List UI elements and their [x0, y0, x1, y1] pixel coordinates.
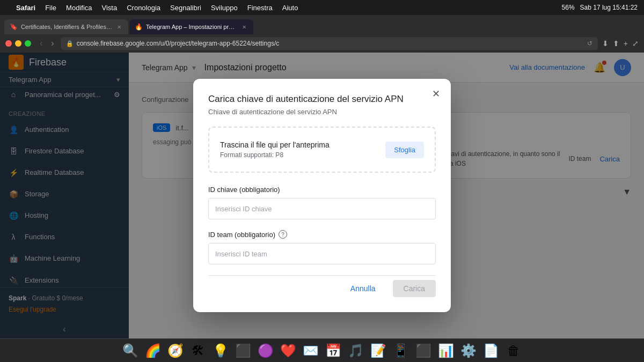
expand-icon[interactable]: ⤢ — [632, 39, 639, 48]
cancel-button[interactable]: Annulla — [340, 280, 386, 297]
menu-bar: Safari File Modifica Vista Cronologia Se… — [0, 0, 644, 15]
menu-bar-left: Safari File Modifica Vista Cronologia Se… — [6, 4, 298, 12]
url-text: console.firebase.google.com/u/0/project/… — [77, 40, 584, 47]
dock-preview[interactable]: 📄 — [481, 341, 501, 360]
clock: Sab 17 lug 15:41:22 — [580, 4, 638, 11]
file-drop-zone[interactable]: Trascina il file qui per l'anteprima For… — [208, 127, 436, 173]
modal-footer: Annulla Carica — [208, 275, 436, 297]
battery-status: 56% — [562, 4, 575, 11]
tab-2-label: Telegram App – Impostazioni progetto – C… — [146, 24, 237, 30]
upload-button[interactable]: Carica — [393, 280, 436, 297]
browser-tabs: 🔖 Certificates, Identifiers & Profiles –… — [0, 15, 644, 34]
team-id-input[interactable] — [208, 243, 436, 264]
menu-file[interactable]: File — [45, 4, 56, 12]
dock-launchpad[interactable]: 🌈 — [143, 341, 163, 360]
browser-chrome: 🔖 Certificates, Identifiers & Profiles –… — [0, 15, 644, 53]
dock-finder[interactable]: 🔍 — [121, 341, 140, 360]
address-bar[interactable]: 🔒 console.firebase.google.com/u/0/projec… — [61, 37, 598, 50]
file-drop-sub-text: Formati supportati: P8 — [220, 151, 330, 159]
modal-close-button[interactable]: ✕ — [429, 87, 442, 100]
file-drop-main-text: Trascina il file qui per l'anteprima — [220, 141, 330, 149]
apn-key-modal: ✕ Carica chiave di autenticazione del se… — [193, 79, 451, 312]
menu-segnalibri[interactable]: Segnalibri — [170, 4, 201, 12]
modal-overlay[interactable]: ✕ Carica chiave di autenticazione del se… — [0, 53, 644, 338]
dock-system-preferences[interactable]: ⚙️ — [459, 341, 478, 360]
file-drop-text: Trascina il file qui per l'anteprima For… — [220, 141, 330, 159]
menu-modifica[interactable]: Modifica — [66, 4, 92, 12]
tab-2-icon: 🔥 — [135, 23, 143, 31]
team-id-label: ID team (obbligatorio) ? — [208, 230, 436, 239]
dock-notes[interactable]: 📝 — [369, 341, 388, 360]
new-tab-icon[interactable]: + — [624, 39, 628, 48]
dock-android-studio[interactable]: 💡 — [211, 341, 230, 360]
dock-postman[interactable]: ❤️ — [279, 341, 298, 360]
browser-toolbar-actions: ⬇ ⬆ + ⤢ — [602, 39, 639, 48]
mac-dock: 🔍 🌈 🧭 🛠 💡 ⬛ 🟣 ❤️ ✉️ 📅 🎵 📝 📱 ⬛ 📊 ⚙️ 📄 🗑 — [0, 338, 644, 362]
tab-2-close[interactable]: ✕ — [240, 23, 248, 31]
download-icon[interactable]: ⬇ — [602, 39, 609, 48]
dock-spotify[interactable]: 🎵 — [346, 341, 365, 360]
reload-icon[interactable]: ↺ — [587, 40, 592, 47]
forward-button[interactable]: › — [49, 39, 56, 48]
menu-aiuto[interactable]: Aiuto — [282, 4, 298, 12]
tab-1-close[interactable]: ✕ — [115, 23, 123, 31]
dock-xcode[interactable]: 🛠 — [188, 341, 208, 360]
minimize-button[interactable] — [15, 40, 21, 47]
dock-terminal[interactable]: ⬛ — [414, 341, 433, 360]
traffic-lights — [5, 40, 31, 47]
dock-trash[interactable]: 🗑 — [504, 341, 523, 360]
menu-cronologia[interactable]: Cronologia — [127, 4, 160, 12]
dock-safari[interactable]: 🧭 — [166, 341, 185, 360]
fullscreen-button[interactable] — [25, 40, 31, 47]
menu-finestra[interactable]: Finestra — [247, 4, 273, 12]
help-icon[interactable]: ? — [279, 230, 287, 239]
lock-icon: 🔒 — [66, 40, 74, 47]
menu-bar-right: 56% Sab 17 lug 15:41:22 — [562, 4, 638, 11]
team-id-group: ID team (obbligatorio) ? — [208, 230, 436, 264]
tab-1-icon: 🔖 — [10, 23, 18, 31]
tab-2[interactable]: 🔥 Telegram App – Impostazioni progetto –… — [129, 19, 253, 34]
dock-activity-monitor[interactable]: 📊 — [436, 341, 456, 360]
menu-sviluppo[interactable]: Sviluppo — [211, 4, 238, 12]
close-button[interactable] — [5, 40, 12, 47]
browse-button[interactable]: Sfoglia — [385, 142, 424, 158]
menu-safari[interactable]: Safari — [16, 4, 35, 12]
back-button[interactable]: ‹ — [38, 39, 45, 48]
key-id-input[interactable] — [208, 198, 436, 219]
modal-title: Carica chiave di autenticazione del serv… — [208, 94, 436, 105]
key-id-group: ID chiave (obbligatorio) — [208, 186, 436, 219]
tab-1[interactable]: 🔖 Certificates, Identifiers & Profiles –… — [4, 19, 128, 34]
key-id-label: ID chiave (obbligatorio) — [208, 186, 436, 194]
browser-toolbar: ‹ › 🔒 console.firebase.google.com/u/0/pr… — [0, 34, 644, 53]
dock-appstore[interactable]: 📱 — [391, 341, 411, 360]
tab-1-label: Certificates, Identifiers & Profiles – A… — [21, 24, 112, 30]
dock-intellij[interactable]: ⬛ — [233, 341, 253, 360]
dock-mail[interactable]: ✉️ — [301, 341, 320, 360]
modal-subtitle: Chiave di autenticazione del servizio AP… — [208, 108, 436, 116]
app-container: 🔥 Firebase Telegram App ▾ ⌂ Panoramica d… — [0, 53, 644, 338]
menu-vista[interactable]: Vista — [102, 4, 118, 12]
dock-phpstorm[interactable]: 🟣 — [256, 341, 275, 360]
dock-calendar[interactable]: 📅 — [324, 341, 343, 360]
share-icon[interactable]: ⬆ — [613, 39, 619, 48]
